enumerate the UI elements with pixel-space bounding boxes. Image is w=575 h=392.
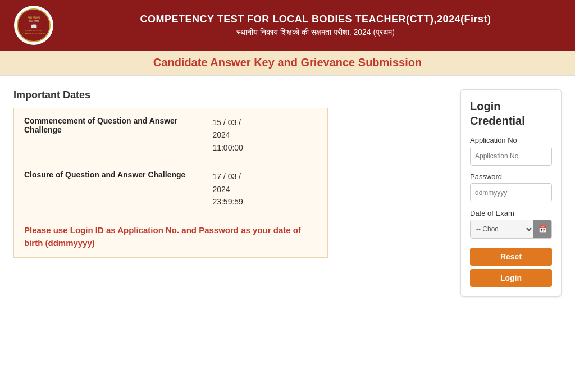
password-field-container: 🔒 [470,183,552,202]
header-title-hindi: स्थानीय निकाय शिक्षकों की सक्षमता परीक्ष… [67,28,564,37]
page-header: बिहार विद्यालय परीक्षा समिति 📖 BIHAR SCH… [0,0,575,51]
table-row: Closure of Question and Answer Challenge… [14,162,328,216]
logo-inner: बिहार विद्यालय परीक्षा समिति 📖 BIHAR SCH… [17,8,51,42]
notice-text: Please use Login ID as Application No. a… [14,216,328,258]
header-title-english: COMPETENCY TEST FOR LOCAL BODIES TEACHER… [67,13,564,25]
login-title: Login Credential [470,99,552,128]
table-row: Commencement of Question and Answer Chal… [14,108,328,162]
application-no-input[interactable] [471,147,552,165]
date-of-exam-label: Date of Exam [470,209,552,217]
application-no-label: Application No [470,136,552,144]
calendar-button[interactable]: 📅 [533,220,551,239]
application-no-field-container: ✎ [470,147,552,166]
date-of-exam-select[interactable]: -- Choc [471,220,533,238]
logo-container: बिहार विद्यालय परीक्षा समिति 📖 BIHAR SCH… [11,6,56,45]
event-date-2: 17 / 03 / 2024 23:59:59 [202,162,328,216]
logo-circle: बिहार विद्यालय परीक्षा समिति 📖 BIHAR SCH… [14,6,53,45]
dates-table: Commencement of Question and Answer Chal… [13,108,328,258]
password-group: Password 🔒 [470,172,552,202]
left-panel: Important Dates Commencement of Question… [13,89,449,381]
application-no-group: Application No ✎ [470,136,552,166]
calendar-icon: 📅 [539,225,547,233]
date-of-exam-container: -- Choc 📅 [470,220,552,239]
reset-button[interactable]: Reset [470,248,552,266]
button-group: Reset Login [470,248,552,287]
sub-header: Candidate Answer Key and Grievance Submi… [0,51,575,76]
notice-row: Please use Login ID as Application No. a… [14,216,328,258]
event-date-1: 15 / 03 / 2024 11:00:00 [202,108,328,162]
date-of-exam-group: Date of Exam -- Choc 📅 [470,209,552,239]
important-dates-title: Important Dates [13,89,449,101]
event-name-2: Closure of Question and Answer Challenge [14,162,202,216]
header-text: COMPETENCY TEST FOR LOCAL BODIES TEACHER… [67,13,564,37]
login-button[interactable]: Login [470,269,552,287]
password-input[interactable] [471,184,552,202]
password-label: Password [470,172,552,181]
login-panel: Login Credential Application No ✎ Passwo… [460,89,562,297]
main-content: Important Dates Commencement of Question… [0,76,575,392]
sub-header-text: Candidate Answer Key and Grievance Submi… [153,56,422,69]
event-name-1: Commencement of Question and Answer Chal… [14,108,202,162]
